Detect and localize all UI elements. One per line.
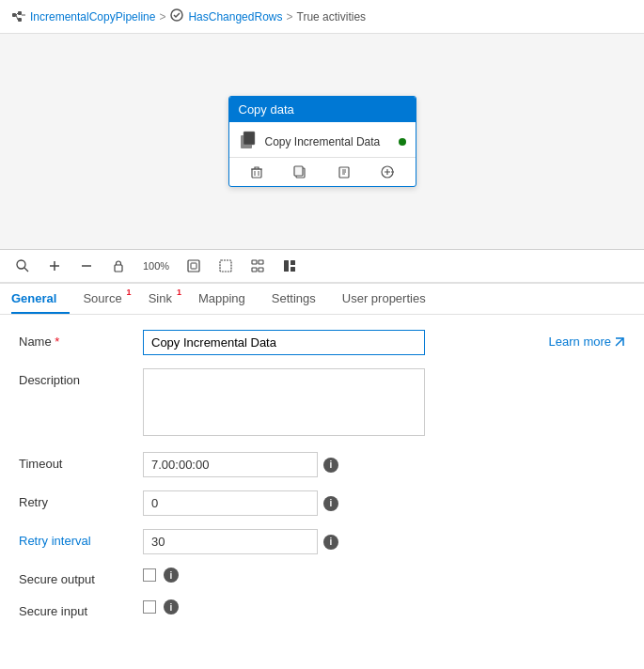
svg-rect-32 <box>252 260 257 264</box>
retry-info-icon[interactable]: i <box>323 496 338 511</box>
name-row: Name Learn more <box>19 330 625 355</box>
tab-sink[interactable]: Sink 1 <box>135 284 185 314</box>
breadcrumb: IncrementalCopyPipeline > HasChangedRows… <box>0 0 644 34</box>
retry-interval-row: Retry interval i <box>19 529 625 554</box>
secure-output-label: Secure output <box>19 568 132 586</box>
remove-button[interactable] <box>75 256 98 276</box>
svg-rect-28 <box>115 265 122 272</box>
secure-output-checkbox[interactable] <box>143 568 156 582</box>
form-area: Name Learn more Description Timeout i R <box>0 315 644 646</box>
svg-rect-30 <box>191 263 196 269</box>
svg-point-23 <box>17 260 25 269</box>
secure-input-row: Secure input i <box>19 599 625 618</box>
svg-rect-38 <box>291 267 295 272</box>
canvas-area: Copy data Copy Incremental Data <box>0 34 644 250</box>
secure-output-info-icon[interactable]: i <box>164 568 179 583</box>
tab-general[interactable]: General <box>11 284 70 314</box>
pipeline-icon <box>11 9 26 24</box>
secure-input-label: Secure input <box>19 599 132 618</box>
timeout-label: Timeout <box>19 452 132 471</box>
svg-rect-34 <box>252 268 257 272</box>
secure-output-control: i <box>143 568 179 583</box>
delete-button[interactable] <box>246 162 267 182</box>
activity-toolbar <box>229 157 416 186</box>
description-label: Description <box>19 368 132 387</box>
tab-source[interactable]: Source 1 <box>70 284 134 314</box>
svg-rect-8 <box>243 132 255 145</box>
learn-more-link[interactable]: Learn more <box>549 330 625 349</box>
timeout-info-icon[interactable]: i <box>323 458 338 473</box>
search-button[interactable] <box>11 256 34 276</box>
name-input[interactable] <box>143 330 425 355</box>
zoom-button[interactable]: 100% <box>139 257 173 274</box>
retry-label: Retry <box>19 490 132 509</box>
svg-line-3 <box>16 13 18 15</box>
activity-status-dot <box>399 138 406 146</box>
retry-interval-input[interactable] <box>143 529 318 554</box>
breadcrumb-section: True activities <box>297 10 367 23</box>
retry-row: Retry i <box>19 490 625 516</box>
timeout-input[interactable] <box>143 452 318 477</box>
timeout-control: i <box>143 452 338 477</box>
description-control <box>143 368 425 439</box>
retry-input[interactable] <box>143 490 318 516</box>
breadcrumb-sep1: > <box>159 10 165 23</box>
secure-input-checkbox[interactable] <box>143 600 156 614</box>
retry-interval-control: i <box>143 529 338 554</box>
svg-rect-35 <box>259 268 263 272</box>
activity-node[interactable]: Copy data Copy Incremental Data <box>228 96 416 187</box>
secure-input-info-icon[interactable]: i <box>164 599 179 615</box>
tabs-bar: General Source 1 Sink 1 Mapping Settings… <box>0 284 644 315</box>
svg-rect-33 <box>259 260 263 264</box>
name-label: Name <box>19 330 132 349</box>
activity-name-text: Copy Incremental Data <box>265 135 393 148</box>
copy-icon <box>239 130 259 153</box>
layout-button[interactable] <box>278 256 301 276</box>
secure-input-control: i <box>143 599 179 615</box>
tab-settings[interactable]: Settings <box>259 284 329 314</box>
breadcrumb-sep2: > <box>286 10 292 23</box>
svg-rect-29 <box>188 260 199 272</box>
copy-button[interactable] <box>334 162 354 182</box>
canvas-toolbar: 100% <box>0 250 644 284</box>
tab-user-properties[interactable]: User properties <box>329 284 439 314</box>
description-input[interactable] <box>143 368 425 436</box>
svg-rect-1 <box>18 11 22 15</box>
retry-interval-label: Retry interval <box>19 529 132 548</box>
secure-output-row: Secure output i <box>19 568 625 586</box>
timeout-row: Timeout i <box>19 452 625 477</box>
svg-rect-14 <box>294 166 303 176</box>
fit-button[interactable] <box>182 256 205 276</box>
name-row-right: Learn more <box>143 330 625 355</box>
activity-body: Copy Incremental Data <box>229 122 416 157</box>
svg-rect-31 <box>220 260 231 272</box>
svg-rect-37 <box>291 260 295 265</box>
svg-rect-0 <box>12 13 16 17</box>
select-button[interactable] <box>214 256 237 276</box>
clone-button[interactable] <box>290 162 310 182</box>
retry-control: i <box>143 490 338 516</box>
description-row: Description <box>19 368 625 439</box>
activity-header: Copy data <box>229 97 416 122</box>
add-button[interactable] <box>43 256 66 276</box>
svg-line-24 <box>24 268 28 272</box>
add-activity-button[interactable] <box>377 162 398 182</box>
svg-rect-36 <box>284 260 289 272</box>
svg-line-4 <box>16 15 18 20</box>
retry-interval-info-icon[interactable]: i <box>323 535 338 550</box>
tab-mapping[interactable]: Mapping <box>185 284 259 314</box>
svg-rect-9 <box>252 169 261 178</box>
activity-icons <box>239 130 259 153</box>
pipeline-link[interactable]: IncrementalCopyPipeline <box>30 10 155 23</box>
arrange-button[interactable] <box>246 256 269 276</box>
lock-button[interactable] <box>107 256 130 276</box>
activity-icon <box>169 8 184 25</box>
activity-link[interactable]: HasChangedRows <box>188 10 282 23</box>
svg-rect-2 <box>18 18 22 22</box>
source-badge: 1 <box>127 288 132 297</box>
sink-badge: 1 <box>177 288 181 297</box>
